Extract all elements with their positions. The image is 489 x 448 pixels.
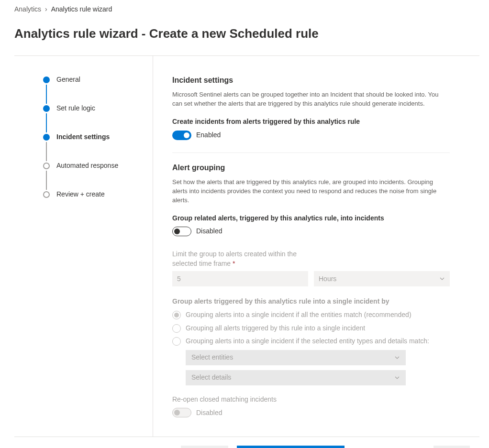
step-set-rule-logic[interactable]: Set rule logic [43,104,153,113]
incident-settings-description: Microsoft Sentinel alerts can be grouped… [172,90,440,109]
chevron-right-icon: › [45,5,47,14]
step-general[interactable]: General [43,75,153,85]
radio-label: Grouping alerts into a single incident i… [186,310,411,320]
radio-icon [172,324,181,333]
step-automated-response[interactable]: Automated response [43,161,153,171]
breadcrumb: Analytics › Analytics rule wizard [14,5,479,14]
cancel-button[interactable]: Cancel [433,446,470,448]
page-title: Analytics rule wizard - Create a new Sch… [14,25,479,42]
step-circle-icon [43,105,50,112]
step-circle-icon [43,163,50,169]
wizard-footer: < Previous Next : Automated response > C… [14,437,479,448]
select-details-dropdown[interactable]: Select details [186,370,406,385]
step-label: Set rule logic [56,104,95,113]
step-circle-icon [43,134,50,141]
step-incident-settings[interactable]: Incident settings [43,132,153,142]
step-label: Automated response [56,161,118,171]
step-label: Incident settings [56,132,110,142]
step-review-create[interactable]: Review + create [43,190,153,199]
radio-icon [172,337,181,346]
radio-all-alerts[interactable]: Grouping all alerts triggered by this ru… [172,324,450,333]
group-related-toggle-state: Disabled [196,227,222,236]
create-incidents-label: Create incidents from alerts triggered b… [172,117,450,127]
select-entities-dropdown[interactable]: Select entities [186,350,406,365]
section-divider [172,153,450,153]
group-by-label: Group alerts triggered by this analytics… [172,297,450,306]
wizard-steps-sidebar: General Set rule logic Incident settings… [14,56,153,437]
limit-timeframe-unit-select[interactable]: Hours [314,271,450,286]
step-circle-icon [43,76,50,83]
radio-selected-entity-types[interactable]: Grouping alerts into a single incident i… [172,337,450,346]
reopen-toggle-state: Disabled [196,408,222,418]
chevron-down-icon [394,375,400,381]
radio-label: Grouping alerts into a single incident i… [186,337,429,346]
create-incidents-toggle-state: Enabled [196,131,221,140]
step-label: General [56,75,80,85]
previous-button[interactable]: < Previous [181,446,228,448]
breadcrumb-parent[interactable]: Analytics [14,5,41,14]
radio-entities-match[interactable]: Grouping alerts into a single incident i… [172,310,450,320]
radio-icon [172,311,181,319]
incident-settings-heading: Incident settings [172,75,450,86]
breadcrumb-current: Analytics rule wizard [51,5,112,14]
reopen-label: Re-open closed matching incidents [172,395,450,404]
chevron-down-icon [439,276,445,282]
chevron-down-icon [394,355,400,361]
step-label: Review + create [56,190,105,199]
create-incidents-toggle[interactable] [172,131,191,140]
alert-grouping-description: Set how the alerts that are triggered by… [172,178,440,205]
radio-label: Grouping all alerts triggered by this ru… [186,324,365,333]
group-related-label: Group related alerts, triggered by this … [172,214,450,223]
alert-grouping-heading: Alert grouping [172,163,450,173]
limit-timeframe-value-input[interactable]: 5 [172,271,308,286]
limit-timeframe-label: Limit the group to alerts created within… [172,250,306,268]
reopen-toggle[interactable] [172,408,191,417]
wizard-content: Incident settings Microsoft Sentinel ale… [153,56,479,437]
step-circle-icon [43,191,50,198]
next-button[interactable]: Next : Automated response > [237,446,345,448]
group-related-toggle[interactable] [172,227,191,236]
